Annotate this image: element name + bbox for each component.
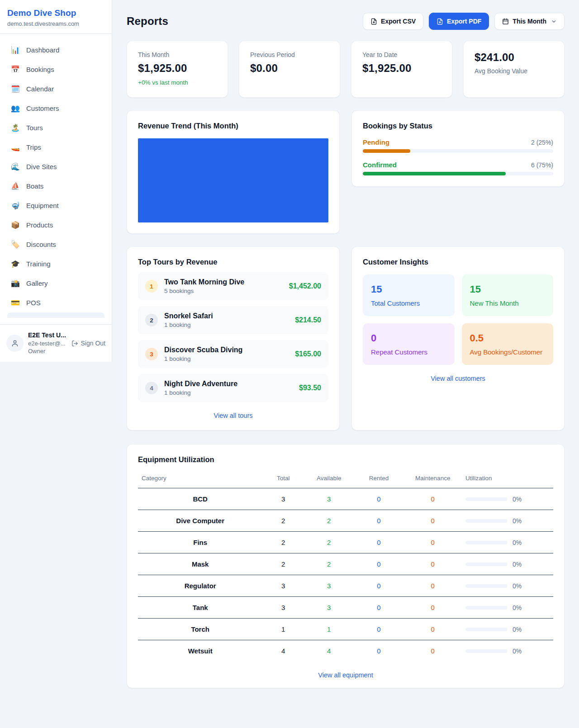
sidebar-item-dive-sites[interactable]: 🌊 Dive Sites [4,157,108,176]
sidebar-item-products[interactable]: 📦 Products [4,215,108,235]
revenue-trend-chart [138,138,328,222]
cell-maintenance: 0 [404,575,462,597]
insight-label: Repeat Customers [371,348,446,356]
dashboard-icon: 📊 [11,46,20,54]
stat-card-year-to-date: Year to Date $1,925.00 [351,41,452,98]
equipment-table: Category Total Available Rented Maintena… [138,470,553,662]
sidebar-item-label: Boats [26,182,43,190]
column-header-maintenance: Maintenance [404,470,462,488]
export-csv-label: Export CSV [381,18,416,25]
sidebar-item-boats[interactable]: ⛵ Boats [4,176,108,196]
sidebar-item-reports-partial[interactable] [7,312,104,318]
status-label: Confirmed [363,161,397,169]
utilization-percent: 0% [513,604,522,611]
equipment-utilization-card: Equipment Utilization Category Total Ava… [127,444,565,688]
utilization-percent: 0% [513,626,522,633]
rank-badge: 1 [145,280,158,293]
cell-maintenance: 0 [404,553,462,575]
utilization-cell: 0% [465,626,550,633]
sidebar-item-tours[interactable]: 🏝️ Tours [4,118,108,137]
view-all-customers-link[interactable]: View all customers [363,375,553,382]
utilization-bar-track [465,584,507,588]
sidebar-item-label: Calendar [26,85,54,93]
revenue-trend-title: Revenue Trend (This Month) [138,122,328,130]
user-name: E2E Test U... [28,331,67,340]
sidebar-item-trips[interactable]: 🚤 Trips [4,137,108,157]
tour-row: 4 Night Dive Adventure 1 booking $93.50 [138,374,328,402]
cell-category: Torch [138,619,262,640]
status-label: Pending [363,138,389,146]
sidebar-item-customers[interactable]: 👥 Customers [4,99,108,118]
cell-total: 2 [262,553,304,575]
sidebar-item-label: Training [26,260,51,268]
insight-label: Total Customers [371,299,446,307]
table-row: Regulator 3 3 0 0 0% [138,575,553,597]
stat-label: Previous Period [250,51,329,58]
cell-available: 4 [304,640,354,662]
chevron-down-icon [551,19,557,24]
insight-tile-repeat-customers: 0 Repeat Customers [363,323,455,365]
stat-label: Avg Booking Value [475,67,553,75]
tour-revenue: $1,452.00 [289,282,321,290]
cell-rented: 0 [354,553,403,575]
cell-rented: 0 [354,488,403,510]
status-count: 2 (25%) [531,139,553,146]
status-bar-fill [363,172,506,175]
cell-maintenance: 0 [404,488,462,510]
boats-icon: ⛵ [11,182,20,190]
rank-badge: 3 [145,348,158,360]
sidebar-item-dashboard[interactable]: 📊 Dashboard [4,40,108,60]
sidebar-item-discounts[interactable]: 🏷️ Discounts [4,235,108,254]
sidebar: Demo Dive Shop demo.test.divestreams.com… [0,0,112,362]
utilization-percent: 0% [513,496,522,503]
sidebar-item-pos[interactable]: 💳 POS [4,293,108,312]
cell-available: 2 [304,553,354,575]
status-bar-fill [363,149,410,153]
tour-revenue: $93.50 [299,384,321,392]
sidebar-item-training[interactable]: 🎓 Training [4,254,108,274]
insight-value: 15 [371,284,446,295]
tour-row: 1 Two Tank Morning Dive 5 bookings $1,45… [138,272,328,300]
cell-total: 3 [262,597,304,619]
tour-bookings: 5 bookings [164,288,283,294]
tour-bookings: 1 booking [164,321,289,328]
cell-total: 1 [262,619,304,640]
sign-out-button[interactable]: Sign Out [71,340,105,347]
utilization-bar-track [465,628,507,631]
sign-out-label: Sign Out [81,340,105,347]
pos-icon: 💳 [11,298,20,307]
cell-total: 2 [262,532,304,553]
export-csv-button[interactable]: Export CSV [363,13,423,30]
sidebar-item-label: Tours [26,124,43,132]
sidebar-item-gallery[interactable]: 📸 Gallery [4,274,108,293]
view-all-tours-link[interactable]: View all tours [138,412,328,419]
view-all-equipment-link[interactable]: View all equipment [138,671,553,679]
insight-tile-avg-bookings: 0.5 Avg Bookings/Customer [462,323,554,365]
insight-grid: 15 Total Customers 15 New This Month 0 R… [363,274,553,365]
cell-available: 3 [304,597,354,619]
sidebar-item-equipment[interactable]: 🤿 Equipment [4,196,108,215]
stat-card-this-month: This Month $1,925.00 +0% vs last month [127,41,228,98]
table-row: Wetsuit 4 4 0 0 0% [138,640,553,662]
sidebar-item-calendar[interactable]: 🗓️ Calendar [4,79,108,99]
main-content: Reports Export CSV Export PDF This Month [112,0,579,703]
tour-row: 3 Discover Scuba Diving 1 booking $165.0… [138,340,328,368]
period-dropdown[interactable]: This Month [494,13,565,30]
stats-row: This Month $1,925.00 +0% vs last month P… [127,41,565,98]
table-row: Mask 2 2 0 0 0% [138,553,553,575]
export-pdf-button[interactable]: Export PDF [429,13,489,30]
sidebar-item-bookings[interactable]: 📅 Bookings [4,60,108,79]
charts-row: Revenue Trend (This Month) Bookings by S… [127,110,565,234]
top-tours-card: Top Tours by Revenue 1 Two Tank Morning … [127,246,340,430]
cell-maintenance: 0 [404,510,462,532]
user-role: Owner [28,347,67,355]
status-bar-track [363,149,553,153]
bookings-icon: 📅 [11,65,20,74]
utilization-cell: 0% [465,561,550,568]
tour-name: Night Dive Adventure [164,380,293,388]
utilization-percent: 0% [513,539,522,546]
cell-available: 3 [304,488,354,510]
utilization-bar-track [465,541,507,544]
status-row-pending: Pending 2 (25%) [363,138,553,153]
utilization-cell: 0% [465,517,550,525]
